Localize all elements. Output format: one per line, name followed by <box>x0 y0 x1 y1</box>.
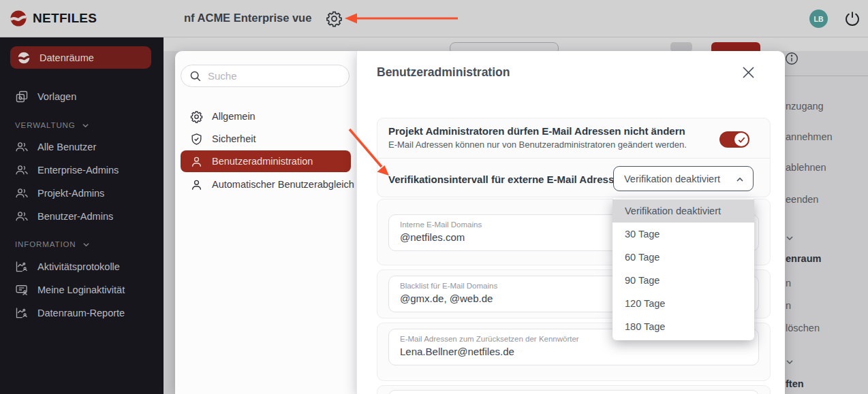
sidebar-item-aktivitaetsprotokolle[interactable]: Aktivitätsprotokolle <box>8 257 155 277</box>
settings-tab-label: Allgemein <box>212 111 255 122</box>
settings-tab-label: Sicherheit <box>212 133 255 144</box>
users-icon <box>15 163 29 177</box>
dropdown-option[interactable]: 90 Tage <box>613 269 754 292</box>
avatar-initials: LB <box>814 15 824 23</box>
background-menu-fragment: nzugang <box>786 101 824 112</box>
sidebar-item-label: Aktivitätsprotokolle <box>37 261 120 272</box>
templates-icon <box>15 90 29 103</box>
sidebar-item-vorlagen[interactable]: Vorlagen <box>8 86 155 107</box>
background-red-button <box>711 42 760 52</box>
dropdown-option[interactable]: Verifikation deaktiviert <box>613 199 754 223</box>
users-icon <box>15 140 29 154</box>
gear-icon <box>190 110 203 123</box>
sidebar-item-label: Meine Loginaktivität <box>37 284 125 295</box>
background-divider <box>785 76 868 76</box>
field-value: Lena.Bellner@netfiles.de <box>400 346 747 357</box>
chevron-down-icon <box>786 233 794 241</box>
section-label: INFORMATION <box>15 240 76 248</box>
select-value: Verifikation deaktiviert <box>624 174 720 184</box>
background-menu-fragment: eenden <box>786 194 818 205</box>
search-icon <box>189 70 202 82</box>
close-icon[interactable] <box>742 66 755 79</box>
chevron-up-icon <box>736 175 744 183</box>
verification-interval-select[interactable]: Verifikation deaktiviert <box>613 166 754 191</box>
verification-label: Verifikationsintervall für externe E-Mai… <box>388 174 626 185</box>
background-menu-fragment: ften <box>786 378 804 389</box>
toggle-row-title: Projekt Administratoren dürfen E-Mail Ad… <box>388 125 770 137</box>
settings-tab-allgemein[interactable]: Allgemein <box>181 106 351 127</box>
verification-interval-row: Verifikationsintervall für externe E-Mai… <box>377 159 770 197</box>
netfiles-logo-icon <box>10 10 27 27</box>
background-menu-fragment: enraum <box>786 253 821 264</box>
netfiles-brand[interactable]: NETFILES <box>10 10 97 27</box>
background-menu-fragment: ablehnen <box>786 162 826 173</box>
settings-search[interactable] <box>181 65 350 87</box>
background-menu-fragment: annehmen <box>786 131 833 142</box>
dropdown-option[interactable]: 120 Tage <box>613 292 754 315</box>
settings-tab-benutzeradministration[interactable]: Benutzeradministration <box>181 150 351 172</box>
login-activity-icon <box>15 283 29 297</box>
user-icon <box>190 155 203 168</box>
dropdown-option[interactable]: 180 Tage <box>613 315 754 338</box>
field-truncated[interactable] <box>388 390 759 394</box>
sidebar-item-datenraeume[interactable]: Datenräume <box>10 46 151 69</box>
benutzeradministration-modal: Benutzeradministration Projekt Administr… <box>356 51 785 394</box>
verification-dropdown-menu: Verifikation deaktiviert 30 Tage 60 Tage… <box>613 199 754 340</box>
chevron-down-icon <box>82 122 89 129</box>
modal-title: Benutzeradministration <box>377 65 510 80</box>
logout-power-icon[interactable] <box>844 10 861 27</box>
dropdown-option[interactable]: 60 Tage <box>613 246 754 269</box>
topbar: NETFILES nf ACME Enterprise vue LB <box>0 0 868 37</box>
settings-tab-automatischer-benutzerabgleich[interactable]: Automatischer Benutzerabgleich <box>181 174 351 195</box>
sidebar-item-label: Alle Benutzer <box>37 142 96 152</box>
page-title: nf ACME Enterprise vue <box>184 12 311 24</box>
sidebar-item-label: Projekt-Admins <box>37 188 104 199</box>
background-toolbar <box>164 37 868 51</box>
sidebar-item-label: Vorlagen <box>37 91 76 102</box>
chevron-down-icon <box>786 357 794 365</box>
next-settings-card <box>377 385 771 394</box>
avatar[interactable]: LB <box>809 10 828 28</box>
email-change-toggle[interactable] <box>719 131 749 148</box>
sidebar: Datenräume Vorlagen VERWALTUNG Alle Benu… <box>0 37 164 394</box>
info-icon <box>785 52 799 65</box>
background-menu-fragment: n <box>786 300 791 311</box>
settings-nav-panel: Allgemein Sicherheit Benutzeradministrat… <box>175 51 356 394</box>
brand-text: NETFILES <box>33 11 97 26</box>
dropdown-option[interactable]: 30 Tage <box>613 223 754 246</box>
sidebar-item-datenraum-reporte[interactable]: Datenraum-Reporte <box>8 303 155 323</box>
chevron-down-icon <box>82 241 90 248</box>
background-menu-fragment: löschen <box>786 323 820 333</box>
settings-tab-label: Automatischer Benutzerabgleich <box>212 179 354 190</box>
background-menu-fragment: n <box>786 278 791 289</box>
section-label: VERWALTUNG <box>15 121 76 129</box>
sidebar-item-meine-loginaktivitaet[interactable]: Meine Loginaktivität <box>8 280 155 300</box>
search-input[interactable] <box>208 70 341 82</box>
shield-check-icon <box>190 133 203 146</box>
settings-tab-label: Benutzeradministration <box>212 156 313 167</box>
admin-settings-card: Projekt Administratoren dürfen E-Mail Ad… <box>377 118 771 197</box>
sidebar-item-projekt-admins[interactable]: Projekt-Admins <box>8 183 155 203</box>
sidebar-section-information[interactable]: INFORMATION <box>15 239 90 250</box>
sidebar-item-label: Datenraum-Reporte <box>37 308 125 318</box>
users-icon <box>15 210 29 223</box>
sidebar-item-label: Datenräume <box>40 52 94 63</box>
sidebar-item-alle-benutzer[interactable]: Alle Benutzer <box>8 137 155 157</box>
sidebar-item-label: Benutzer-Admins <box>37 211 113 222</box>
report-chart-icon <box>15 306 29 320</box>
background-gray-button <box>670 42 692 52</box>
activity-chart-icon <box>15 260 29 274</box>
sidebar-item-benutzer-admins[interactable]: Benutzer-Admins <box>8 206 155 227</box>
netfiles-rooms-icon <box>17 51 31 65</box>
app-screen: NETFILES nf ACME Enterprise vue LB Daten… <box>0 0 868 394</box>
email-change-row: Projekt Administratoren dürfen E-Mail Ad… <box>377 118 770 159</box>
sidebar-item-label: Enterprise-Admins <box>37 165 119 176</box>
users-icon <box>15 186 29 200</box>
toggle-row-subtitle: E-Mail Adressen können nur von Benutzera… <box>388 139 770 150</box>
user-icon <box>190 178 203 191</box>
toggle-knob-check-icon <box>734 133 748 146</box>
settings-gear-icon[interactable] <box>326 10 343 27</box>
sidebar-section-verwaltung[interactable]: VERWALTUNG <box>15 120 89 131</box>
sidebar-item-enterprise-admins[interactable]: Enterprise-Admins <box>8 160 155 180</box>
settings-tab-sicherheit[interactable]: Sicherheit <box>181 129 351 149</box>
